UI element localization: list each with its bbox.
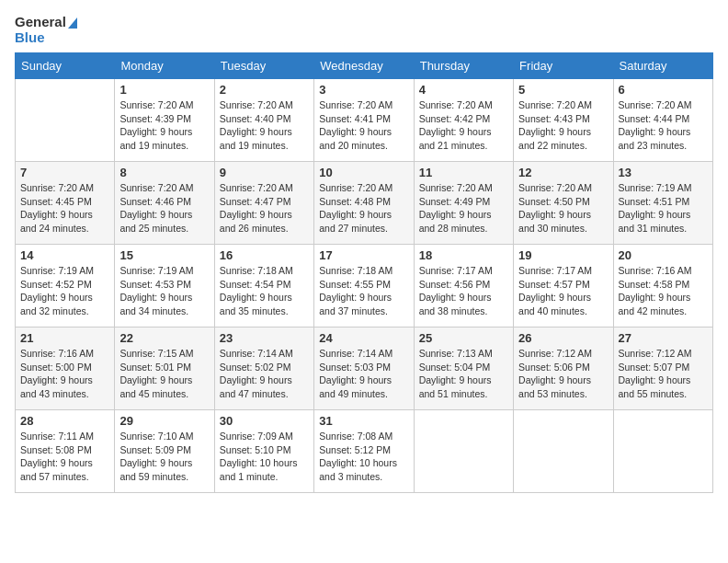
day-number: 19 (518, 248, 608, 262)
day-number: 26 (518, 331, 608, 345)
day-info: Sunrise: 7:20 AMSunset: 4:43 PMDaylight:… (518, 98, 608, 153)
calendar-cell: 31Sunrise: 7:08 AMSunset: 5:12 PMDayligh… (314, 410, 414, 493)
day-number: 11 (419, 166, 508, 179)
day-number: 27 (619, 331, 708, 345)
day-info: Sunrise: 7:16 AMSunset: 4:58 PMDaylight:… (619, 264, 708, 318)
calendar-cell: 18Sunrise: 7:17 AMSunset: 4:56 PMDayligh… (414, 245, 513, 327)
logo-text: General Blue (15, 15, 77, 45)
calendar-cell: 7Sunrise: 7:20 AMSunset: 4:45 PMDaylight… (16, 162, 115, 245)
day-info: Sunrise: 7:09 AMSunset: 5:10 PMDaylight:… (220, 430, 309, 484)
logo-blue: Blue (15, 30, 77, 46)
day-info: Sunrise: 7:20 AMSunset: 4:40 PMDaylight:… (220, 98, 309, 153)
day-number: 21 (20, 331, 109, 345)
day-info: Sunrise: 7:14 AMSunset: 5:02 PMDaylight:… (220, 347, 309, 401)
calendar-cell: 15Sunrise: 7:19 AMSunset: 4:53 PMDayligh… (115, 245, 214, 327)
day-number: 16 (220, 248, 309, 262)
calendar-cell: 12Sunrise: 7:20 AMSunset: 4:50 PMDayligh… (514, 162, 613, 245)
calendar-cell: 24Sunrise: 7:14 AMSunset: 5:03 PMDayligh… (314, 327, 414, 410)
day-info: Sunrise: 7:20 AMSunset: 4:47 PMDaylight:… (220, 181, 309, 236)
calendar-week-3: 14Sunrise: 7:19 AMSunset: 4:52 PMDayligh… (16, 245, 713, 327)
calendar-cell: 6Sunrise: 7:20 AMSunset: 4:44 PMDaylight… (613, 79, 712, 162)
day-info: Sunrise: 7:18 AMSunset: 4:55 PMDaylight:… (319, 264, 408, 318)
calendar-cell: 28Sunrise: 7:11 AMSunset: 5:08 PMDayligh… (16, 410, 115, 493)
day-number: 22 (119, 331, 209, 345)
day-number: 20 (619, 248, 708, 262)
calendar-cell: 27Sunrise: 7:12 AMSunset: 5:07 PMDayligh… (613, 327, 712, 410)
calendar-header-row: SundayMondayTuesdayWednesdayThursdayFrid… (16, 53, 713, 79)
day-number: 4 (419, 83, 508, 97)
day-number: 8 (119, 166, 209, 179)
day-info: Sunrise: 7:13 AMSunset: 5:04 PMDaylight:… (419, 347, 508, 401)
day-info: Sunrise: 7:15 AMSunset: 5:01 PMDaylight:… (119, 347, 209, 401)
calendar-table: SundayMondayTuesdayWednesdayThursdayFrid… (15, 52, 713, 493)
day-info: Sunrise: 7:19 AMSunset: 4:51 PMDaylight:… (619, 181, 708, 236)
calendar-cell: 1Sunrise: 7:20 AMSunset: 4:39 PMDaylight… (115, 79, 214, 162)
calendar-cell: 26Sunrise: 7:12 AMSunset: 5:06 PMDayligh… (514, 327, 613, 410)
day-info: Sunrise: 7:20 AMSunset: 4:48 PMDaylight:… (319, 181, 408, 236)
header-wednesday: Wednesday (314, 53, 414, 79)
calendar-cell: 29Sunrise: 7:10 AMSunset: 5:09 PMDayligh… (115, 410, 214, 493)
calendar-cell: 11Sunrise: 7:20 AMSunset: 4:49 PMDayligh… (414, 162, 513, 245)
day-number: 30 (220, 414, 309, 428)
day-number: 18 (419, 248, 508, 262)
calendar-cell: 13Sunrise: 7:19 AMSunset: 4:51 PMDayligh… (613, 162, 712, 245)
logo: General Blue (15, 15, 77, 45)
day-info: Sunrise: 7:08 AMSunset: 5:12 PMDaylight:… (319, 430, 408, 484)
day-info: Sunrise: 7:10 AMSunset: 5:09 PMDaylight:… (119, 430, 209, 484)
calendar-week-1: 1Sunrise: 7:20 AMSunset: 4:39 PMDaylight… (16, 79, 713, 162)
day-info: Sunrise: 7:19 AMSunset: 4:52 PMDaylight:… (20, 264, 109, 318)
day-info: Sunrise: 7:20 AMSunset: 4:50 PMDaylight:… (518, 181, 608, 236)
day-number: 17 (319, 248, 408, 262)
day-number: 29 (119, 414, 209, 428)
calendar-cell (16, 79, 115, 162)
day-number: 23 (220, 331, 309, 345)
day-number: 9 (220, 166, 309, 179)
header-tuesday: Tuesday (214, 53, 313, 79)
calendar-cell (613, 410, 712, 493)
calendar-cell: 8Sunrise: 7:20 AMSunset: 4:46 PMDaylight… (115, 162, 214, 245)
day-number: 24 (319, 331, 408, 345)
day-number: 28 (20, 414, 109, 428)
calendar-cell: 25Sunrise: 7:13 AMSunset: 5:04 PMDayligh… (414, 327, 513, 410)
day-number: 12 (518, 166, 608, 179)
day-info: Sunrise: 7:16 AMSunset: 5:00 PMDaylight:… (20, 347, 109, 401)
calendar-cell: 14Sunrise: 7:19 AMSunset: 4:52 PMDayligh… (16, 245, 115, 327)
calendar-cell: 10Sunrise: 7:20 AMSunset: 4:48 PMDayligh… (314, 162, 414, 245)
day-info: Sunrise: 7:20 AMSunset: 4:46 PMDaylight:… (119, 181, 209, 236)
day-info: Sunrise: 7:20 AMSunset: 4:42 PMDaylight:… (419, 98, 508, 153)
day-number: 3 (319, 83, 408, 97)
day-info: Sunrise: 7:20 AMSunset: 4:39 PMDaylight:… (119, 98, 209, 153)
header-monday: Monday (115, 53, 214, 79)
day-number: 5 (518, 83, 608, 97)
day-number: 25 (419, 331, 508, 345)
day-number: 13 (619, 166, 708, 179)
calendar-cell: 3Sunrise: 7:20 AMSunset: 4:41 PMDaylight… (314, 79, 414, 162)
calendar-cell: 19Sunrise: 7:17 AMSunset: 4:57 PMDayligh… (514, 245, 613, 327)
day-info: Sunrise: 7:12 AMSunset: 5:06 PMDaylight:… (518, 347, 608, 401)
day-number: 6 (619, 83, 708, 97)
calendar-week-5: 28Sunrise: 7:11 AMSunset: 5:08 PMDayligh… (16, 410, 713, 493)
calendar-cell: 23Sunrise: 7:14 AMSunset: 5:02 PMDayligh… (214, 327, 313, 410)
calendar-cell (514, 410, 613, 493)
header-thursday: Thursday (414, 53, 513, 79)
day-number: 14 (20, 248, 109, 262)
calendar-cell: 5Sunrise: 7:20 AMSunset: 4:43 PMDaylight… (514, 79, 613, 162)
day-info: Sunrise: 7:11 AMSunset: 5:08 PMDaylight:… (20, 430, 109, 484)
header-sunday: Sunday (16, 53, 115, 79)
day-info: Sunrise: 7:20 AMSunset: 4:41 PMDaylight:… (319, 98, 408, 153)
calendar-cell: 9Sunrise: 7:20 AMSunset: 4:47 PMDaylight… (214, 162, 313, 245)
calendar-cell (414, 410, 513, 493)
day-number: 7 (20, 166, 109, 179)
day-info: Sunrise: 7:17 AMSunset: 4:56 PMDaylight:… (419, 264, 508, 318)
header-friday: Friday (514, 53, 613, 79)
calendar-cell: 30Sunrise: 7:09 AMSunset: 5:10 PMDayligh… (214, 410, 313, 493)
calendar-cell: 21Sunrise: 7:16 AMSunset: 5:00 PMDayligh… (16, 327, 115, 410)
calendar-cell: 20Sunrise: 7:16 AMSunset: 4:58 PMDayligh… (613, 245, 712, 327)
logo-general: General (15, 15, 77, 30)
day-info: Sunrise: 7:19 AMSunset: 4:53 PMDaylight:… (119, 264, 209, 318)
calendar-cell: 17Sunrise: 7:18 AMSunset: 4:55 PMDayligh… (314, 245, 414, 327)
day-info: Sunrise: 7:17 AMSunset: 4:57 PMDaylight:… (518, 264, 608, 318)
calendar-week-2: 7Sunrise: 7:20 AMSunset: 4:45 PMDaylight… (16, 162, 713, 245)
day-info: Sunrise: 7:18 AMSunset: 4:54 PMDaylight:… (220, 264, 309, 318)
calendar-week-4: 21Sunrise: 7:16 AMSunset: 5:00 PMDayligh… (16, 327, 713, 410)
